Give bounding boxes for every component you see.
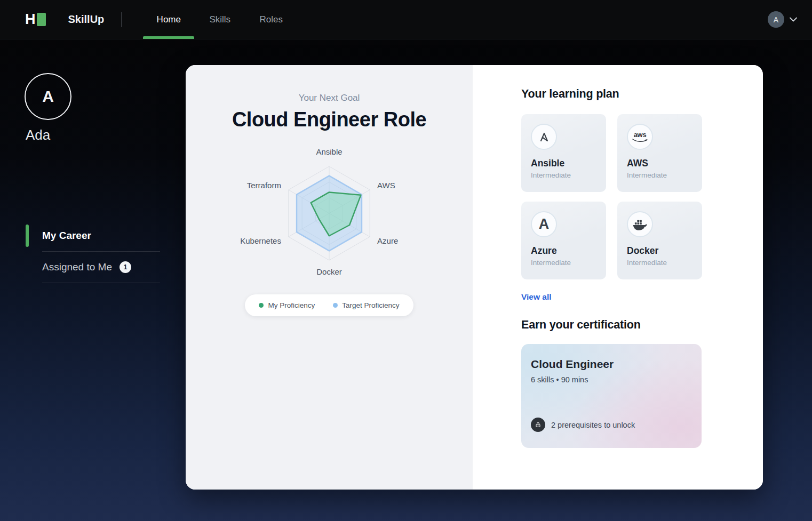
plan-card-level: Intermediate [531, 259, 596, 267]
logo-letter: H [25, 11, 35, 28]
plan-card-name: Docker [627, 245, 692, 257]
top-nav: H SkillUp Home Skills Roles A [0, 0, 812, 39]
legend-my-label: My Proficiency [268, 301, 315, 309]
ansible-icon [531, 124, 557, 150]
sidebar-item-my-career[interactable]: My Career [26, 223, 160, 249]
certification-meta: 6 skills • 90 mins [531, 375, 692, 384]
plan-card-level: Intermediate [531, 171, 596, 179]
blue-dot-icon [333, 303, 338, 308]
azure-letter: A [539, 217, 550, 231]
aws-icon: aws [627, 124, 653, 150]
svg-text:Azure: Azure [377, 236, 398, 245]
nav-item-skills-label: Skills [209, 14, 230, 25]
legend-my-proficiency: My Proficiency [259, 301, 315, 309]
docker-icon [627, 211, 653, 237]
sidebar-divider [42, 251, 160, 252]
svg-text:AWS: AWS [377, 181, 395, 190]
plan-card-level: Intermediate [627, 171, 692, 179]
nav-divider [121, 12, 122, 27]
brand-name: SkillUp [68, 13, 105, 26]
plan-card-azure[interactable]: A Azure Intermediate [521, 202, 606, 279]
svg-text:Kubernetes: Kubernetes [240, 236, 281, 245]
assigned-count-badge: 1 [120, 261, 131, 273]
sidebar-item-assigned-label: Assigned to Me [42, 261, 112, 273]
avatar: A [25, 73, 71, 120]
green-dot-icon [259, 303, 264, 308]
primary-nav: Home Skills Roles [143, 0, 297, 39]
sidebar-item-my-career-label: My Career [42, 230, 91, 242]
radar-chart: AnsibleAWSAzureDockerKubernetesTerraform [186, 148, 473, 285]
radar-chart-svg: AnsibleAWSAzureDockerKubernetesTerraform [186, 148, 473, 283]
sidebar-divider [42, 283, 160, 283]
nav-item-roles-label: Roles [260, 14, 283, 25]
svg-text:Terraform: Terraform [247, 181, 281, 190]
logo-green-square-icon [37, 13, 46, 26]
avatar-initial: A [42, 87, 54, 106]
sidebar-nav: My Career Assigned to Me 1 [26, 223, 160, 286]
sidebar-item-assigned-to-me[interactable]: Assigned to Me 1 [26, 254, 160, 280]
nav-item-skills[interactable]: Skills [194, 0, 245, 39]
certification-lock-row: 2 prerequisites to unlock [531, 418, 635, 432]
legend-target-label: Target Proficiency [342, 301, 399, 309]
page-title: Cloud Engineer Role [232, 108, 426, 131]
chart-legend: My Proficiency Target Proficiency [245, 294, 413, 316]
brand-logo[interactable]: H SkillUp [25, 11, 104, 28]
plan-card-aws[interactable]: aws AWS Intermediate [617, 114, 702, 192]
view-all-link[interactable]: View all [521, 292, 552, 302]
certification-lock-text: 2 prerequisites to unlock [551, 421, 635, 429]
lock-icon [531, 418, 545, 432]
app-root: { "nav": { "brand": "SkillUp", "logo_let… [0, 0, 812, 521]
plan-card-name: Azure [531, 245, 596, 257]
plan-card-docker[interactable]: Docker Intermediate [617, 202, 702, 279]
goal-chart-panel: Your Next Goal Cloud Engineer Role Ansib… [186, 65, 473, 490]
svg-text:Docker: Docker [316, 267, 342, 276]
learning-panel: Your learning plan Ansible Intermediate … [473, 65, 763, 490]
user-name: Ada [26, 127, 50, 143]
chevron-down-icon[interactable] [790, 17, 797, 22]
goal-eyebrow: Your Next Goal [299, 93, 360, 103]
plan-card-level: Intermediate [627, 259, 692, 267]
learning-plan-grid: Ansible Intermediate aws AWS Intermediat… [521, 114, 763, 279]
nav-item-home-label: Home [157, 14, 181, 25]
aws-word: aws [634, 131, 647, 138]
legend-target-proficiency: Target Proficiency [333, 301, 399, 309]
plan-card-name: Ansible [531, 158, 596, 169]
account-menu[interactable]: A [768, 11, 797, 28]
avatar[interactable]: A [768, 11, 784, 28]
plan-card-ansible[interactable]: Ansible Intermediate [521, 114, 606, 192]
nav-item-home[interactable]: Home [143, 0, 194, 39]
certification-name: Cloud Engineer [531, 358, 692, 371]
plan-card-name: AWS [627, 158, 692, 169]
azure-icon: A [531, 211, 557, 237]
main-card: Your Next Goal Cloud Engineer Role Ansib… [186, 65, 763, 490]
certification-title: Earn your certification [521, 318, 763, 332]
svg-text:Ansible: Ansible [316, 148, 342, 156]
certification-card[interactable]: Cloud Engineer 6 skills • 90 mins 2 prer… [521, 344, 702, 448]
learning-plan-title: Your learning plan [521, 87, 763, 101]
nav-item-roles[interactable]: Roles [245, 0, 297, 39]
